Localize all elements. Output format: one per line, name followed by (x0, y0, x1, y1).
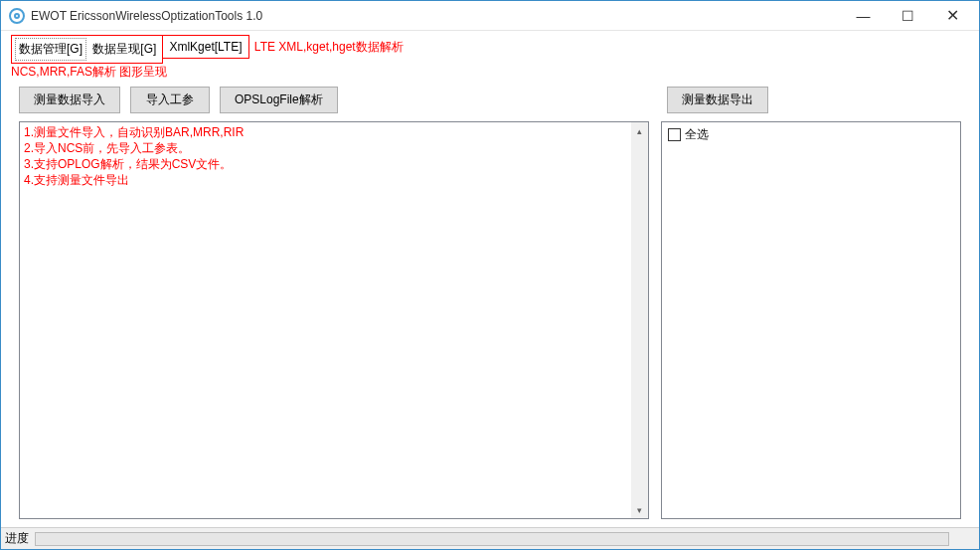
app-icon (9, 8, 25, 24)
import-engparam-button[interactable]: 导入工参 (130, 87, 210, 113)
menu-data-present[interactable]: 数据呈现[G] (89, 39, 159, 60)
window-controls: — ☐ ✕ (841, 1, 975, 30)
menu-bar: 数据管理[G] 数据呈现[G] XmlKget[LTE] LTE XML,kge… (1, 31, 979, 81)
select-all-checkbox[interactable] (668, 128, 681, 141)
status-bar: 进度 (1, 527, 979, 549)
menu-side-caption: LTE XML,kget,hget数据解析 (254, 35, 404, 56)
close-button[interactable]: ✕ (930, 1, 975, 30)
select-all-label: 全选 (685, 126, 709, 143)
menu-group-data: 数据管理[G] 数据呈现[G] (11, 35, 163, 64)
content-area: 1.测量文件导入，自动识别BAR,MRR,RIR 2.导入NCS前，先导入工参表… (1, 113, 979, 525)
menu-xmlkget[interactable]: XmlKget[LTE] (166, 38, 245, 56)
minimize-button[interactable]: — (841, 1, 886, 30)
maximize-button[interactable]: ☐ (886, 1, 930, 30)
vertical-scrollbar[interactable]: ▴ ▾ (631, 122, 648, 518)
export-measure-button[interactable]: 测量数据导出 (667, 87, 768, 113)
selection-panel: 全选 (661, 121, 961, 519)
title-bar: EWOT EricssonWirelessOptizationTools 1.0… (1, 1, 979, 31)
import-measure-button[interactable]: 测量数据导入 (19, 87, 120, 113)
menu-data-manage[interactable]: 数据管理[G] (15, 38, 86, 61)
menu-group-xml: XmlKget[LTE] (162, 35, 248, 59)
info-text: 1.测量文件导入，自动识别BAR,MRR,RIR 2.导入NCS前，先导入工参表… (20, 122, 648, 190)
info-panel: 1.测量文件导入，自动识别BAR,MRR,RIR 2.导入NCS前，先导入工参表… (19, 121, 649, 519)
window-title: EWOT EricssonWirelessOptizationTools 1.0 (31, 9, 841, 23)
opslog-parse-button[interactable]: OPSLogFile解析 (220, 87, 338, 113)
scroll-down-icon[interactable]: ▾ (631, 501, 648, 518)
menu-sub-caption: NCS,MRR,FAS解析 图形呈现 (11, 64, 404, 81)
toolbar: 测量数据导入 导入工参 OPSLogFile解析 测量数据导出 (1, 81, 979, 113)
scroll-up-icon[interactable]: ▴ (631, 122, 648, 139)
progress-label: 进度 (5, 530, 29, 547)
progress-bar (35, 532, 949, 546)
select-all-row[interactable]: 全选 (668, 126, 954, 143)
